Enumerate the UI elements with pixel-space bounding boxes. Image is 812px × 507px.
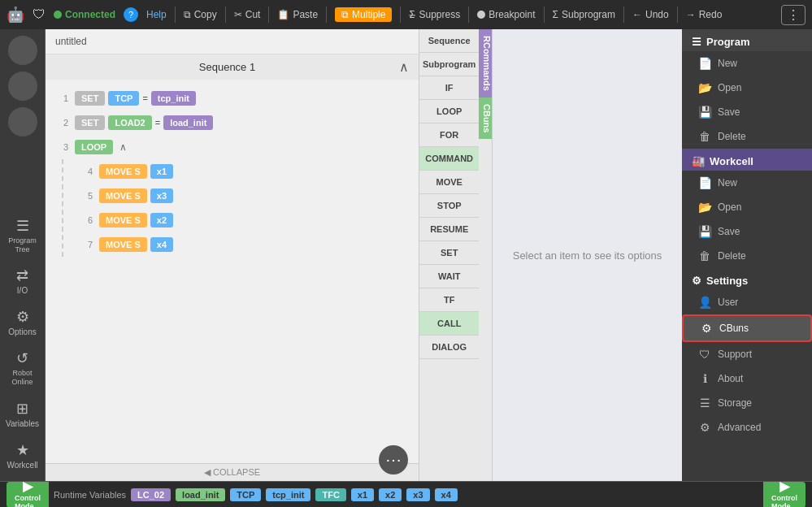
menu-program-delete[interactable]: 🗑 Delete — [682, 124, 812, 149]
cmd-sequence[interactable]: Sequence — [419, 29, 479, 53]
copy-button[interactable]: ⧉ Copy — [184, 9, 217, 20]
cmd-list: Sequence Subprogram IF LOOP FOR COMMAND … — [419, 29, 479, 359]
cbuns-tab[interactable]: CBuns — [479, 98, 493, 139]
paste-icon: 📋 — [277, 9, 289, 20]
menu-about[interactable]: ℹ About — [682, 366, 812, 391]
cmd-block-4[interactable]: MOVE S x1 — [99, 164, 173, 179]
rcommands-tab[interactable]: RCommands — [479, 29, 493, 98]
menu-program-new[interactable]: 📄 New — [682, 51, 812, 76]
line-num-6: 6 — [76, 215, 93, 225]
menu-support[interactable]: 🛡 Support — [682, 342, 812, 366]
cmd-move[interactable]: MOVE — [419, 171, 479, 194]
menu-cbuns[interactable]: ⚙ CBuns — [682, 314, 812, 342]
cmd-wait[interactable]: WAIT — [419, 265, 479, 288]
bottom-bar: ▶ ControlMode Runtime Variables LC_02 lo… — [0, 481, 812, 507]
cmd-panel-row: Sequence Subprogram IF LOOP FOR COMMAND … — [419, 29, 492, 359]
suppress-button[interactable]: Σ̶ Suppress — [409, 9, 460, 20]
move-row-4: 4 MOVE S x1 — [70, 159, 419, 184]
sidebar-item-variables[interactable]: ⊞ Variables — [2, 395, 43, 433]
menu-workcell-delete[interactable]: 🗑 Delete — [682, 244, 812, 268]
cmd-dialog[interactable]: DIALOG — [419, 336, 479, 359]
cmd-stop[interactable]: STOP — [419, 194, 479, 218]
menu-delete-label: Delete — [718, 131, 746, 142]
cmd-block-7[interactable]: MOVE S x4 — [99, 237, 173, 252]
paste-button[interactable]: 📋 Paste — [277, 9, 318, 20]
cmd-set[interactable]: SET — [419, 241, 479, 265]
cut-icon: ✂ — [234, 9, 242, 20]
sidebar-item-robot-online[interactable]: ↺ RobotOnline — [2, 344, 43, 392]
chip-x4[interactable]: x4 — [435, 488, 458, 501]
menu-program-save[interactable]: 💾 Save — [682, 100, 812, 124]
sidebar-item-options[interactable]: ⚙ Options — [2, 303, 43, 341]
question-icon: ? — [124, 7, 138, 22]
help-label[interactable]: Help — [146, 9, 167, 20]
menu-advanced[interactable]: ⚙ Advanced — [682, 415, 812, 440]
cmd-tf[interactable]: TF — [419, 288, 479, 312]
chip-x2[interactable]: x2 — [379, 488, 402, 501]
undo-button[interactable]: ← Undo — [632, 9, 669, 20]
shield-icon: 🛡 — [33, 7, 46, 22]
chip-tfc[interactable]: TFC — [315, 488, 345, 501]
redo-button[interactable]: → Redo — [686, 9, 723, 20]
program-section-label: Program — [706, 36, 749, 48]
more-options-button[interactable]: ⋮ — [781, 5, 805, 25]
cmd-block-5[interactable]: MOVE S x3 — [99, 188, 173, 203]
chip-x1[interactable]: x1 — [351, 488, 374, 501]
control-mode-right-btn[interactable]: ▶ ControlMode — [763, 482, 805, 508]
sidebar-item-io[interactable]: ⇄ I/O — [2, 262, 43, 300]
load-init-block: load_init — [163, 115, 213, 130]
loop-content: 4 MOVE S x1 5 MOVE S x3 — [62, 159, 419, 257]
menu-workcell-save[interactable]: 💾 Save — [682, 219, 812, 244]
cut-button[interactable]: ✂ Cut — [234, 9, 261, 20]
control-mode-left-btn[interactable]: ▶ ControlMode — [7, 482, 49, 508]
x4-block: x4 — [150, 237, 173, 252]
save-icon: 💾 — [698, 106, 711, 119]
storage-icon: ☰ — [698, 396, 711, 410]
cut-label: Cut — [245, 9, 261, 20]
toolbar-separator-3 — [268, 6, 269, 23]
cmd-block-1[interactable]: SET TCP = tcp_init — [75, 91, 196, 106]
cmd-block-6[interactable]: MOVE S x2 — [99, 213, 173, 228]
chip-lc02[interactable]: LC_02 — [131, 488, 171, 501]
loop-header[interactable]: LOOP ∧ — [75, 140, 127, 154]
cmd-resume[interactable]: RESUME — [419, 218, 479, 241]
sidebar-item-workcell[interactable]: ★ Workcell — [2, 436, 43, 474]
sidebar-robot-online-label: RobotOnline — [11, 369, 33, 387]
menu-storage[interactable]: ☰ Storage — [682, 391, 812, 415]
menu-workcell-new[interactable]: 📄 New — [682, 171, 812, 195]
subprogram-button[interactable]: Σ Subprogram — [553, 9, 615, 20]
fab-button[interactable]: ⋯ — [379, 445, 408, 474]
settings-section-label: Settings — [706, 275, 748, 287]
cmd-block-2[interactable]: SET LOAD2 = load_init — [75, 115, 213, 130]
sidebar-item-program-tree[interactable]: ☰ ProgramTree — [2, 212, 43, 259]
right-menu: ☰ Program 📄 New 📂 Open 💾 Save 🗑 Delete 🏭… — [682, 29, 812, 481]
avatar-circle-2 — [8, 72, 37, 101]
program-lines: 1 SET TCP = tcp_init 2 SET LOAD2 = — [46, 80, 419, 463]
menu-program-open[interactable]: 📂 Open — [682, 76, 812, 100]
chip-tcp-init[interactable]: tcp_init — [266, 488, 310, 501]
cmd-subprogram[interactable]: Subprogram — [419, 53, 479, 76]
cmd-loop[interactable]: LOOP — [419, 100, 479, 124]
cmd-for[interactable]: FOR — [419, 124, 479, 147]
breakpoint-button[interactable]: Breakpoint — [477, 9, 535, 20]
multiple-button[interactable]: ⧉ Multiple — [335, 7, 392, 22]
toolbar-separator-1 — [175, 6, 176, 23]
chip-x3[interactable]: x3 — [406, 488, 429, 501]
cmd-command[interactable]: COMMAND — [419, 147, 479, 171]
chip-tcp[interactable]: TCP — [230, 488, 261, 501]
collapse-footer[interactable]: ◀ COLLAPSE — [46, 463, 419, 481]
sequence-title: Sequence 1 — [55, 61, 399, 73]
loop-collapse-btn[interactable]: ∧ — [119, 141, 127, 153]
x1-block: x1 — [150, 164, 173, 179]
cmd-if[interactable]: IF — [419, 76, 479, 100]
move-row-5: 5 MOVE S x3 — [70, 184, 419, 208]
menu-user[interactable]: 👤 User — [682, 290, 812, 314]
cmd-call[interactable]: CALL — [419, 312, 479, 336]
copy-label: Copy — [194, 9, 217, 20]
toolbar-separator-8 — [623, 6, 624, 23]
multiple-label: Multiple — [352, 9, 385, 20]
connected-label: Connected — [65, 9, 115, 20]
sequence-collapse-btn[interactable]: ∧ — [399, 59, 409, 75]
chip-load-init[interactable]: load_init — [176, 488, 225, 501]
menu-workcell-open[interactable]: 📂 Open — [682, 195, 812, 219]
